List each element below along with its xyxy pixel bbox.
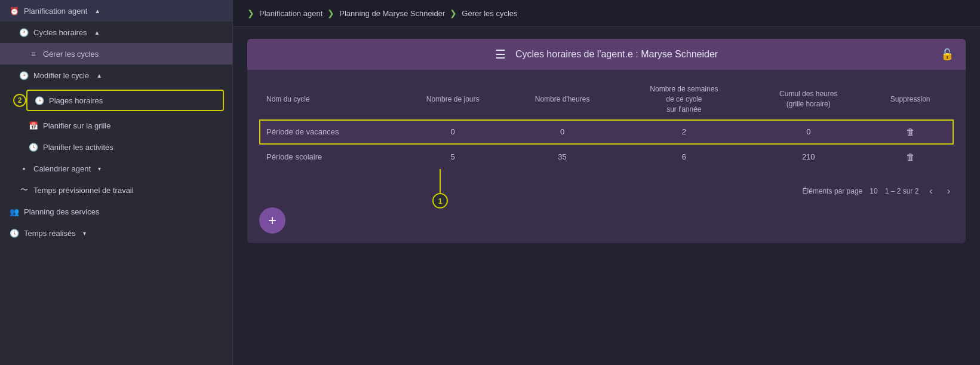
col-cumul: Cumul des heures(grille horaire) bbox=[750, 79, 867, 119]
breadcrumb-item-1[interactable]: Planification agent bbox=[259, 9, 322, 18]
chevron-down-icon: ▾ bbox=[98, 165, 101, 172]
sidebar-label-gerer-cycles: Gérer les cycles bbox=[43, 50, 99, 59]
sidebar-item-gerer-cycles[interactable]: ≡ Gérer les cycles bbox=[0, 43, 232, 65]
delete-icon-2[interactable]: 🗑 bbox=[906, 152, 915, 162]
content-area: ☰ Cycles horaires de l'agent.e : Maryse … bbox=[233, 27, 980, 365]
sidebar-item-calendrier-agent[interactable]: ▪ Calendrier agent ▾ bbox=[0, 158, 232, 179]
sidebar: ⏰ Planification agent ▲ 🕐 Cycles horaire… bbox=[0, 0, 233, 365]
lock-icon[interactable]: 🔓 bbox=[941, 48, 954, 61]
calendar-icon: 📅 bbox=[29, 121, 38, 130]
breadcrumb-item-3[interactable]: Gérer les cycles bbox=[462, 9, 517, 18]
cycles-card: ☰ Cycles horaires de l'agent.e : Maryse … bbox=[247, 39, 966, 243]
sidebar-label-plages-horaires: Plages horaires bbox=[49, 96, 103, 105]
list-icon: ≡ bbox=[29, 49, 38, 59]
sidebar-label-planning-services: Planning des services bbox=[24, 207, 99, 216]
sidebar-item-planifier-grille[interactable]: 📅 Planifier sur la grille bbox=[0, 115, 232, 136]
clock-edit-icon: 🕑 bbox=[19, 70, 29, 80]
add-button[interactable]: + bbox=[259, 207, 285, 234]
col-nom: Nom du cycle bbox=[259, 79, 399, 119]
sidebar-item-plages-horaires[interactable]: 🕒 Plages horaires bbox=[26, 90, 224, 111]
callout-1: 1 bbox=[432, 193, 448, 208]
sidebar-item-cycles-horaires[interactable]: 🕐 Cycles horaires ▲ bbox=[0, 22, 232, 43]
col-suppression: Suppression bbox=[867, 79, 954, 119]
sidebar-item-planifier-activites[interactable]: 🕓 Planifier les activités bbox=[0, 136, 232, 158]
chevron-up-icon-3: ▲ bbox=[96, 72, 102, 79]
sidebar-label-planifier-grille: Planifier sur la grille bbox=[43, 121, 110, 130]
card-title: Cycles horaires de l'agent.e : Maryse Sc… bbox=[515, 49, 718, 60]
cell-jours-1: 0 bbox=[399, 119, 507, 145]
cell-cumul-1: 0 bbox=[750, 119, 867, 145]
breadcrumb-item-2[interactable]: Planning de Maryse Schneider bbox=[339, 9, 445, 18]
sidebar-label-modifier-cycle: Modifier le cycle bbox=[33, 71, 89, 80]
table-row: Période scolaire 5 35 6 210 🗑 bbox=[259, 145, 954, 170]
pagination-prev-button[interactable]: ‹ bbox=[926, 185, 936, 198]
sidebar-label-temps-previsionnel: Temps prévisionnel de travail bbox=[33, 186, 134, 195]
clock-check-icon: 🕓 bbox=[29, 142, 38, 152]
table-row: Période de vacances 0 0 2 0 🗑 bbox=[259, 119, 954, 145]
items-per-page-value: 10 bbox=[870, 187, 877, 195]
pagination-next-button[interactable]: › bbox=[944, 185, 954, 198]
col-heures: Nombre d'heures bbox=[507, 79, 618, 119]
col-semaines: Nombre de semainesde ce cyclesur l'année bbox=[618, 79, 750, 119]
clock-plus-icon: 🕒 bbox=[35, 96, 44, 105]
table-header-row: Nom du cycle Nombre de jours Nombre d'he… bbox=[259, 79, 954, 119]
sidebar-label-cycles-horaires: Cycles horaires bbox=[33, 28, 87, 37]
sidebar-label-temps-realises: Temps réalisés bbox=[24, 229, 76, 238]
sidebar-label-calendrier-agent: Calendrier agent bbox=[33, 164, 91, 173]
cell-semaines-2: 6 bbox=[618, 145, 750, 170]
card-header: ☰ Cycles horaires de l'agent.e : Maryse … bbox=[247, 39, 966, 70]
clock-refresh-icon: 🕐 bbox=[19, 27, 29, 37]
breadcrumb-arrow-1: ❯ bbox=[247, 8, 254, 18]
cell-nom-1: Période de vacances bbox=[259, 119, 399, 145]
chart-icon: 〜 bbox=[19, 185, 29, 195]
badge-2: 2 bbox=[13, 94, 26, 107]
pagination-range: 1 – 2 sur 2 bbox=[885, 187, 919, 195]
cell-delete-2[interactable]: 🗑 bbox=[867, 145, 954, 170]
cell-delete-1[interactable]: 🗑 bbox=[867, 119, 954, 145]
person-group-icon: 👥 bbox=[10, 207, 19, 216]
clock-done-icon: 🕔 bbox=[10, 228, 19, 238]
breadcrumb-arrow-3: ❯ bbox=[450, 8, 457, 18]
breadcrumb: ❯ Planification agent ❯ Planning de Mary… bbox=[233, 0, 980, 27]
chevron-up-icon-2: ▲ bbox=[94, 29, 100, 36]
breadcrumb-arrow-2: ❯ bbox=[327, 8, 334, 18]
sidebar-item-temps-realises[interactable]: 🕔 Temps réalisés ▾ bbox=[0, 222, 232, 244]
cell-semaines-1: 2 bbox=[618, 119, 750, 145]
cell-nom-2: Période scolaire bbox=[259, 145, 399, 170]
cell-jours-2: 5 bbox=[399, 145, 507, 170]
main-content: ❯ Planification agent ❯ Planning de Mary… bbox=[233, 0, 980, 365]
cell-heures-1: 0 bbox=[507, 119, 618, 145]
sidebar-label-planifier-activites: Planifier les activités bbox=[43, 143, 113, 152]
sidebar-label-planification-agent: Planification agent bbox=[24, 7, 87, 16]
delete-icon-1[interactable]: 🗑 bbox=[906, 127, 915, 137]
sidebar-item-planning-services[interactable]: 👥 Planning des services bbox=[0, 201, 232, 222]
squares-icon: ▪ bbox=[19, 164, 29, 173]
pagination: Éléments par page 10 1 – 2 sur 2 ‹ › bbox=[247, 179, 966, 207]
cell-cumul-2: 210 bbox=[750, 145, 867, 170]
chevron-up-icon: ▲ bbox=[94, 8, 100, 14]
items-per-page-label: Éléments par page bbox=[803, 187, 863, 195]
cell-heures-2: 35 bbox=[507, 145, 618, 170]
sidebar-item-planification-agent[interactable]: ⏰ Planification agent ▲ bbox=[0, 0, 232, 22]
table-container: Nom du cycle Nombre de jours Nombre d'he… bbox=[247, 70, 966, 179]
menu-icon[interactable]: ☰ bbox=[495, 47, 506, 62]
sidebar-item-temps-previsionnel[interactable]: 〜 Temps prévisionnel de travail bbox=[0, 179, 232, 201]
sidebar-item-modifier-cycle[interactable]: 🕑 Modifier le cycle ▲ bbox=[0, 65, 232, 86]
chevron-down-icon-2: ▾ bbox=[83, 230, 86, 237]
cycles-table: Nom du cycle Nombre de jours Nombre d'he… bbox=[259, 79, 954, 169]
clock-icon: ⏰ bbox=[10, 6, 19, 16]
col-jours: Nombre de jours bbox=[399, 79, 507, 119]
